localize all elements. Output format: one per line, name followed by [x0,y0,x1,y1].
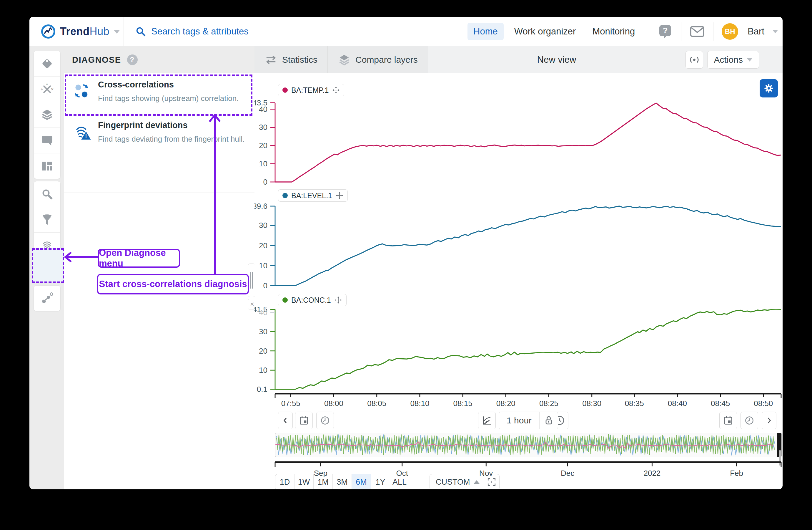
compare-layers-button[interactable]: Compare layers [328,46,428,73]
clock-icon [744,415,755,426]
chart-toolbar: Statistics Compare layers New view [255,46,783,74]
lock-duration-button[interactable] [539,415,558,426]
svg-text:0: 0 [263,178,267,186]
diagnose-help-icon[interactable]: ? [127,55,138,65]
chart-BA:TEMP.1[interactable]: 43.5403020100 [255,96,783,187]
series-color-dot [282,193,288,198]
nav-item-work-organizer[interactable]: Work organizer [508,23,582,40]
search-input[interactable]: Search tags & attributes [151,26,249,37]
sidebar-tool-layers[interactable] [34,102,60,128]
overview-month-axis: SepOctNovDec2022Feb [255,461,783,479]
sidebar-tool-formula[interactable]: +−÷× [34,76,60,102]
svg-text:20: 20 [259,241,267,250]
series-color-dot [282,87,288,93]
chart-type-button[interactable] [478,412,496,429]
svg-text:08:00: 08:00 [324,399,343,408]
panel-divider [64,193,255,193]
svg-text:10: 10 [259,159,267,168]
user-name[interactable]: Bart [748,26,764,37]
duration-value[interactable]: 1 hour [499,416,539,426]
svg-text:!: ! [85,133,87,139]
svg-text:08:45: 08:45 [711,399,730,408]
calendar-icon [299,415,309,426]
svg-text:20: 20 [259,141,267,150]
svg-text:Nov: Nov [479,469,493,478]
gear-icon [763,83,774,94]
svg-text:30: 30 [259,327,267,336]
diagnose-item-desc: Find tags deviating from the fingerprint… [98,135,245,144]
set-start-date-button[interactable] [295,412,313,429]
sidebar-tool-dashboard[interactable] [34,153,60,179]
nav-item-home[interactable]: Home [467,23,504,40]
sidebar-tool-filter[interactable] [34,207,60,233]
svg-text:08:05: 08:05 [367,399,386,408]
svg-text:08:10: 08:10 [410,399,429,408]
svg-text:Oct: Oct [396,469,408,478]
broadcast-icon [688,55,700,65]
set-end-time-button[interactable] [740,412,758,429]
dashboard-icon [40,159,54,173]
brand-name: TrendHub [60,25,110,38]
topbar-divider [681,23,681,41]
annotation-open-diagnose-menu: Open Diagnose menu [98,249,180,268]
mail-icon[interactable] [690,26,705,38]
svg-text:20: 20 [259,347,267,355]
lock-icon [543,415,554,426]
sidebar-tool-nodes[interactable] [34,285,60,311]
tool-group: +−÷× [33,51,61,179]
svg-text:÷: ÷ [41,87,43,92]
series-label: BA:TEMP.1 [291,86,329,95]
set-start-time-button[interactable] [316,412,334,429]
brand-chevron-down-icon[interactable] [114,30,120,33]
svg-text:08:15: 08:15 [453,399,473,408]
svg-text:08:30: 08:30 [582,399,601,408]
layers-icon [40,108,54,122]
chart-settings-button[interactable] [760,79,778,97]
topbar-divider [713,23,713,41]
annotation-start-cross-correlations: Start cross-correlations diagnosis [97,274,249,294]
screenshot-stage: TrendHub Search tags & attributes HomeWo… [0,0,812,530]
svg-text:−: − [46,92,48,96]
svg-text:40: 40 [259,308,267,317]
app-logo[interactable]: TrendHub [41,17,120,46]
avatar[interactable]: BH [722,23,738,40]
chart-BA:CONC.1[interactable]: 41.53020100.140 [255,304,783,394]
actions-button[interactable]: Actions [707,51,759,69]
live-broadcast-button[interactable] [685,51,703,69]
nav-item-monitoring[interactable]: Monitoring [586,23,641,40]
calendar-icon [723,415,734,426]
set-end-date-button[interactable] [719,412,737,429]
move-icon [334,296,342,304]
sidebar-tool-search[interactable] [34,181,60,207]
pan-right-button[interactable] [762,412,777,429]
diagnose-header-bar: DIAGNOSE ? [29,46,255,74]
user-menu-chevron-down-icon[interactable] [772,30,778,33]
svg-text:08:35: 08:35 [625,399,644,408]
topbar-right: HomeWork organizerMonitoring ? BH Bart [467,17,778,46]
svg-text:40: 40 [259,105,267,114]
svg-text:Feb: Feb [730,469,743,478]
pan-left-button[interactable] [278,412,293,429]
svg-text:08:50: 08:50 [754,399,773,408]
help-icon[interactable]: ? [657,23,673,40]
duration-control[interactable]: 1 hour [499,412,558,429]
chart-area: 1D1W1M3M6M1YALL CUSTOM BA [255,73,783,489]
topbar-divider [649,23,649,41]
statistics-icon [264,55,277,65]
svg-text:08:20: 08:20 [496,399,516,408]
sidebar-tool-comment[interactable] [34,128,60,153]
svg-text:10: 10 [259,261,267,270]
legend-chip-BA:TEMP.1[interactable]: BA:TEMP.1 [278,84,344,96]
context-overview-bar[interactable] [275,433,782,457]
diagnose-panel-title: DIAGNOSE [72,55,121,65]
sidebar-tool-tag[interactable] [34,51,60,76]
move-icon [332,86,340,94]
nodes-icon [40,292,54,305]
highlight-diagnose-tool-box [32,248,64,283]
global-search[interactable]: Search tags & attributes [135,17,249,46]
diagnose-item-fingerprint-deviations[interactable]: ! Fingerprint deviations Find tags devia… [64,115,255,155]
chart-BA:LEVEL.1[interactable]: 39.63020100 [255,199,783,291]
svg-text:10: 10 [259,366,267,375]
statistics-button[interactable]: Statistics [255,46,328,73]
filter-icon [40,213,54,226]
